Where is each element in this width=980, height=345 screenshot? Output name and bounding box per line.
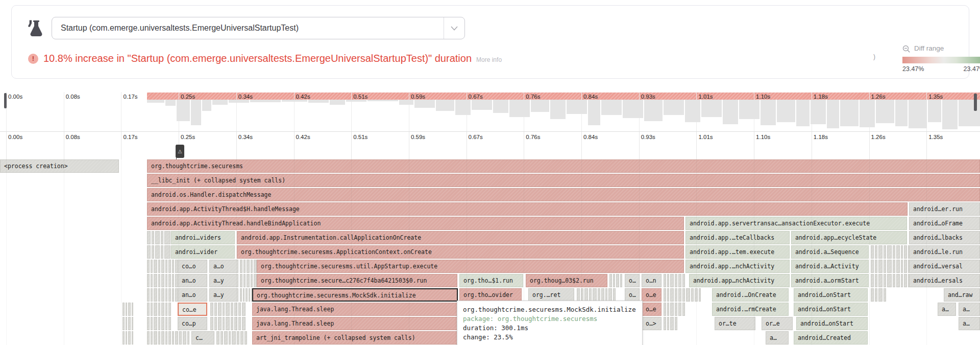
flame-bar[interactable]: android…onStart xyxy=(794,288,868,302)
sliver-bar[interactable] xyxy=(218,317,222,330)
sliver-bar[interactable] xyxy=(147,317,150,330)
sliver-bar[interactable] xyxy=(878,288,883,302)
sliver-bar[interactable] xyxy=(155,245,160,259)
sliver-bar[interactable] xyxy=(220,331,223,344)
flame-bar[interactable]: o…n xyxy=(642,274,662,287)
flame-bar[interactable]: android…versal xyxy=(909,260,980,273)
sliver-bar[interactable] xyxy=(878,260,883,273)
sliver-bar[interactable] xyxy=(172,331,174,344)
sliver-bar[interactable] xyxy=(620,274,622,287)
flame-bar[interactable]: org.…ret xyxy=(528,288,574,302)
sliver-bar[interactable] xyxy=(670,303,674,316)
sliver-bar[interactable] xyxy=(678,274,681,287)
flame-bar[interactable]: android.a…ormStart xyxy=(791,274,869,287)
sliver-bar[interactable] xyxy=(884,274,886,287)
sliver-bar[interactable] xyxy=(675,303,677,316)
sliver-bar[interactable] xyxy=(878,274,883,287)
sliver-bar[interactable] xyxy=(158,317,160,330)
flame-bar[interactable]: androi…vider xyxy=(171,245,235,259)
sliver-bar[interactable] xyxy=(126,331,127,344)
flame-bar[interactable]: o… xyxy=(625,288,640,302)
sliver-bar[interactable] xyxy=(871,245,874,259)
minimap-left-handle[interactable] xyxy=(4,93,7,108)
sliver-bar[interactable] xyxy=(187,331,189,344)
sliver-bar[interactable] xyxy=(242,317,246,330)
sliver-bar[interactable] xyxy=(158,303,160,316)
sliver-bar[interactable] xyxy=(168,288,171,302)
sliver-bar[interactable] xyxy=(884,260,886,273)
sliver-bar[interactable] xyxy=(172,260,174,273)
sliver-bar[interactable] xyxy=(667,317,669,330)
sliver-bar[interactable] xyxy=(223,317,225,330)
sliver-bar[interactable] xyxy=(161,274,164,287)
flame-bar[interactable]: android…oFrame xyxy=(909,217,980,230)
sliver-bar[interactable] xyxy=(243,288,244,302)
sliver-bar[interactable] xyxy=(875,274,877,287)
sliver-bar[interactable] xyxy=(226,317,230,330)
sliver-bar[interactable] xyxy=(165,274,167,287)
sliver-bar[interactable] xyxy=(216,331,219,344)
sliver-bar[interactable] xyxy=(667,288,669,302)
sliver-bar[interactable] xyxy=(147,303,150,316)
sliver-bar[interactable] xyxy=(871,260,874,273)
sliver-bar[interactable] xyxy=(154,331,157,344)
sliver-bar[interactable] xyxy=(210,317,213,330)
sliver-bar[interactable] xyxy=(871,288,874,302)
sliver-bar[interactable] xyxy=(884,245,886,259)
flame-bar[interactable]: co…e xyxy=(178,303,207,316)
sliver-bar[interactable] xyxy=(884,288,886,302)
sliver-bar[interactable] xyxy=(893,260,895,273)
sliver-bar[interactable] xyxy=(664,303,666,316)
sliver-bar[interactable] xyxy=(161,231,163,244)
sliver-bar[interactable] xyxy=(878,245,883,259)
sliver-bar[interactable] xyxy=(887,274,892,287)
sliver-bar[interactable] xyxy=(164,245,170,259)
sliver-bar[interactable] xyxy=(175,331,178,344)
sliver-bar[interactable] xyxy=(251,274,253,287)
flame-bar[interactable]: a… xyxy=(959,303,980,316)
flame-bar[interactable]: or…e xyxy=(762,317,793,330)
flame-bar[interactable]: android.app.…tem.execute xyxy=(685,245,790,259)
sliver-bar[interactable] xyxy=(682,274,685,287)
sliver-bar[interactable] xyxy=(682,288,685,302)
flame-bar[interactable]: android.…OnCreate xyxy=(712,288,789,302)
sliver-bar[interactable] xyxy=(896,260,900,273)
sliver-bar[interactable] xyxy=(589,288,592,302)
sliver-bar[interactable] xyxy=(122,317,125,330)
sliver-bar[interactable] xyxy=(151,331,153,344)
sliver-bar[interactable] xyxy=(240,331,243,344)
sliver-bar[interactable] xyxy=(226,303,230,316)
sliver-bar[interactable] xyxy=(584,288,588,302)
flame-bar[interactable]: java.lang.Thread.sleep xyxy=(252,317,458,330)
sliver-bar[interactable] xyxy=(608,288,612,302)
sliver-bar[interactable] xyxy=(158,274,160,287)
sliver-bar[interactable] xyxy=(670,274,674,287)
sliver-bar[interactable] xyxy=(168,317,171,330)
sliver-bar[interactable] xyxy=(229,331,231,344)
sliver-bar[interactable] xyxy=(132,317,133,330)
sliver-bar[interactable] xyxy=(210,303,213,316)
sliver-bar[interactable] xyxy=(224,331,228,344)
warning-marker[interactable]: ⚠ xyxy=(176,145,184,158)
sliver-bar[interactable] xyxy=(896,274,900,287)
sliver-bar[interactable] xyxy=(214,317,217,330)
sliver-bar[interactable] xyxy=(896,245,900,259)
sliver-bar[interactable] xyxy=(158,260,160,273)
sliver-bar[interactable] xyxy=(616,274,619,287)
sliver-bar[interactable] xyxy=(154,288,157,302)
flame-bar[interactable]: o…e xyxy=(642,303,662,316)
sliver-bar[interactable] xyxy=(147,231,151,244)
sliver-bar[interactable] xyxy=(154,317,157,330)
sliver-bar[interactable] xyxy=(151,303,153,316)
sliver-bar[interactable] xyxy=(242,303,246,316)
sliver-bar[interactable] xyxy=(904,274,907,287)
sliver-bar[interactable] xyxy=(664,274,666,287)
sliver-bar[interactable] xyxy=(875,288,877,302)
sliver-bar[interactable] xyxy=(670,317,674,330)
sliver-bar[interactable] xyxy=(678,288,681,302)
sliver-bar[interactable] xyxy=(164,231,170,244)
flame-bar[interactable]: android.os.Handler.dispatchMessage xyxy=(147,188,980,201)
flame-bar[interactable]: android…onStart xyxy=(794,303,868,316)
sliver-bar[interactable] xyxy=(686,288,690,302)
sliver-bar[interactable] xyxy=(699,288,701,302)
